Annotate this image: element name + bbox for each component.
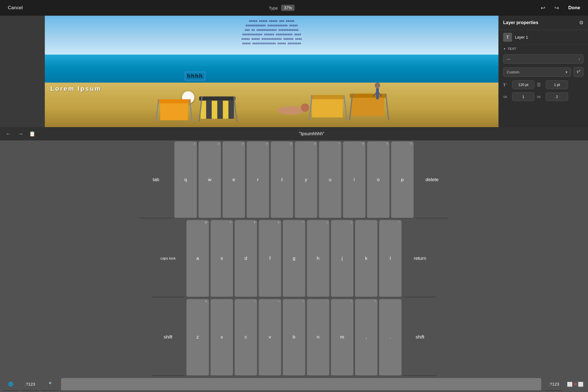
- w-sub: 2: [218, 142, 219, 145]
- w-label: w: [208, 177, 211, 183]
- svg-line-3: [189, 99, 192, 122]
- s-key[interactable]: # s: [211, 220, 233, 251]
- h-sub: (: [327, 221, 328, 224]
- f-key[interactable]: & f: [259, 220, 281, 251]
- d-sub: $: [254, 221, 255, 224]
- g-key[interactable]: * g: [283, 220, 305, 251]
- r-key[interactable]: 4 r: [247, 141, 269, 218]
- t-key[interactable]: 5 t: [271, 141, 293, 218]
- i-label: i: [354, 177, 355, 183]
- beach-scene: ааааа ааааа ааааа ааа ааааа аааааааааааа…: [45, 16, 382, 127]
- a-sub: @: [205, 221, 207, 224]
- kb-row-1: tab 1 q 2 w 3 e 4 r 5 t 6 y 7 u: [0, 141, 382, 219]
- u-sub: 7: [338, 142, 340, 145]
- k-sub: ': [375, 221, 376, 224]
- q-sub: 1: [194, 142, 195, 145]
- a-key[interactable]: @ a: [186, 220, 209, 251]
- top-bar-center: Type 37%: [269, 5, 295, 11]
- svg-point-11: [277, 106, 305, 115]
- svg-rect-13: [311, 95, 344, 99]
- encoded-overlay: ааааа ааааа ааааа ааа ааааа аааааааааааа…: [45, 17, 382, 48]
- svg-rect-14: [312, 99, 342, 118]
- top-bar-left: Cancel: [6, 3, 25, 12]
- zoom-badge[interactable]: 37%: [281, 5, 295, 11]
- i-sub: 8: [362, 142, 364, 145]
- svg-rect-18: [351, 98, 382, 116]
- capslock-key[interactable]: caps lock: [151, 220, 185, 251]
- o-key[interactable]: 9 o: [367, 141, 382, 218]
- svg-line-15: [309, 95, 312, 120]
- q-key[interactable]: 1 q: [174, 141, 197, 218]
- j-key[interactable]: ) j: [331, 220, 353, 251]
- t-label: t: [281, 177, 283, 183]
- type-label: Type: [269, 6, 278, 10]
- svg-point-21: [375, 83, 380, 88]
- y-key[interactable]: 6 y: [295, 141, 317, 218]
- e-label: e: [232, 177, 235, 183]
- tab-label: tab: [153, 177, 159, 183]
- top-bar: Cancel Type 37% ↩ ↪ Done: [0, 0, 382, 16]
- w-key[interactable]: 2 w: [199, 141, 221, 218]
- svg-line-10: [234, 97, 237, 122]
- undo-suggestion-button[interactable]: ←: [4, 129, 12, 138]
- canvas-area[interactable]: ааааа ааааа ааааа ааа ааааа аааааааааааа…: [0, 16, 382, 127]
- g-sub: *: [302, 221, 304, 224]
- i-key[interactable]: 8 i: [343, 141, 365, 218]
- u-label: u: [329, 177, 331, 183]
- q-label: q: [184, 177, 187, 183]
- beach-chairs: [45, 71, 382, 127]
- svg-rect-22: [376, 88, 379, 99]
- keyboard-area: tab 1 q 2 w 3 e 4 r 5 t 6 y 7 u: [0, 141, 382, 251]
- d-key[interactable]: $ d: [235, 220, 257, 251]
- svg-rect-1: [160, 103, 188, 120]
- svg-point-12: [301, 103, 309, 112]
- svg-rect-0: [157, 99, 191, 104]
- svg-line-16: [344, 95, 347, 120]
- suggestion-text[interactable]: "Ipsumhhhh": [40, 131, 382, 136]
- kb-row-2: caps lock @ a # s $ d & f * g ( h ) j: [0, 219, 382, 251]
- r-sub: 4: [266, 142, 267, 145]
- o-label: o: [377, 177, 379, 183]
- cancel-button[interactable]: Cancel: [6, 3, 25, 12]
- clipboard-button[interactable]: 📋: [29, 131, 35, 137]
- t-sub: 5: [290, 142, 291, 145]
- y-label: y: [305, 177, 307, 183]
- svg-rect-7: [212, 101, 217, 119]
- tab-key[interactable]: tab: [139, 141, 173, 218]
- k-key[interactable]: ' k: [355, 220, 377, 251]
- svg-rect-8: [223, 101, 228, 119]
- f-sub: &: [278, 221, 279, 224]
- j-sub: ): [351, 221, 352, 224]
- h-key[interactable]: ( h: [307, 220, 329, 251]
- l-key[interactable]: " l: [379, 220, 382, 251]
- e-sub: 3: [242, 142, 243, 145]
- redo-suggestion-button[interactable]: →: [17, 129, 25, 138]
- svg-line-2: [156, 99, 159, 122]
- svg-rect-4: [199, 97, 235, 101]
- e-key[interactable]: 3 e: [223, 141, 245, 218]
- s-sub: #: [230, 221, 231, 224]
- u-key[interactable]: 7 u: [319, 141, 341, 218]
- y-sub: 6: [314, 142, 316, 145]
- suggestion-bar: ← → 📋 "Ipsumhhhh": [0, 127, 382, 141]
- r-label: r: [257, 177, 259, 183]
